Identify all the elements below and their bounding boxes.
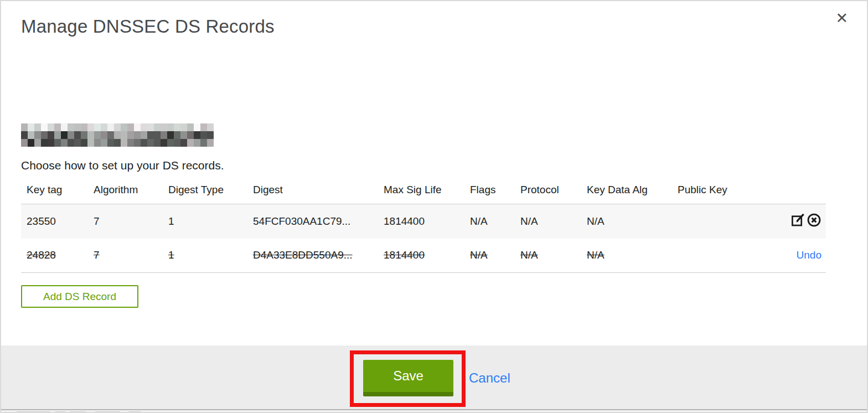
table-row: 23550 7 1 54FCF030AA1C79... 1814400 N/A … bbox=[21, 204, 826, 239]
col-header-protocol: Protocol bbox=[515, 184, 581, 204]
cell-algorithm: 7 bbox=[94, 249, 100, 261]
subtitle-text: Choose how to set up your DS records. bbox=[21, 159, 224, 172]
undo-link[interactable]: Undo bbox=[797, 249, 822, 261]
col-header-digest: Digest bbox=[247, 184, 378, 204]
cell-protocol: N/A bbox=[520, 215, 538, 227]
ds-records-table: Key tag Algorithm Digest Type Digest Max… bbox=[21, 184, 826, 273]
modal-title: Manage DNSSEC DS Records bbox=[21, 16, 275, 37]
cancel-link[interactable]: Cancel bbox=[469, 370, 510, 386]
cell-key-tag: 23550 bbox=[27, 215, 56, 227]
table-header-row: Key tag Algorithm Digest Type Digest Max… bbox=[21, 184, 826, 204]
col-header-key-tag: Key tag bbox=[21, 184, 88, 204]
cell-digest-type: 1 bbox=[168, 215, 174, 227]
background-page-edge bbox=[1, 410, 867, 413]
cell-key-tag: 24828 bbox=[27, 249, 56, 261]
col-header-digest-type: Digest Type bbox=[163, 184, 247, 204]
cell-flags: N/A bbox=[470, 215, 488, 227]
cell-digest: D4A33E8DD550A9... bbox=[253, 249, 353, 261]
cell-protocol: N/A bbox=[520, 249, 538, 261]
close-icon[interactable]: ✕ bbox=[835, 11, 848, 26]
save-button[interactable]: Save bbox=[363, 360, 453, 396]
modal-footer: Save Cancel bbox=[1, 345, 867, 410]
add-ds-record-button[interactable]: Add DS Record bbox=[21, 285, 138, 308]
delete-circle-x-icon[interactable] bbox=[807, 213, 822, 228]
cell-algorithm: 7 bbox=[94, 215, 100, 227]
col-header-key-data-alg: Key Data Alg bbox=[581, 184, 672, 204]
cell-max-sig-life: 1814400 bbox=[384, 249, 425, 261]
col-header-algorithm: Algorithm bbox=[88, 184, 163, 204]
cell-max-sig-life: 1814400 bbox=[384, 215, 425, 227]
dnssec-ds-records-modal: Manage DNSSEC DS Records ✕ Choose how to… bbox=[0, 0, 868, 413]
cell-flags: N/A bbox=[470, 249, 488, 261]
cell-key-data-alg: N/A bbox=[587, 249, 604, 261]
col-header-public-key: Public Key bbox=[672, 184, 750, 204]
col-header-flags: Flags bbox=[464, 184, 515, 204]
edit-icon[interactable] bbox=[790, 213, 805, 228]
col-header-actions bbox=[750, 184, 826, 204]
table-row-deleted: 24828 7 1 D4A33E8DD550A9... 1814400 N/A … bbox=[21, 239, 826, 273]
cell-key-data-alg: N/A bbox=[587, 215, 604, 227]
cell-digest: 54FCF030AA1C79... bbox=[253, 215, 350, 227]
domain-name-redacted bbox=[21, 123, 214, 147]
col-header-max-sig-life: Max Sig Life bbox=[378, 184, 464, 204]
cell-digest-type: 1 bbox=[168, 249, 174, 261]
